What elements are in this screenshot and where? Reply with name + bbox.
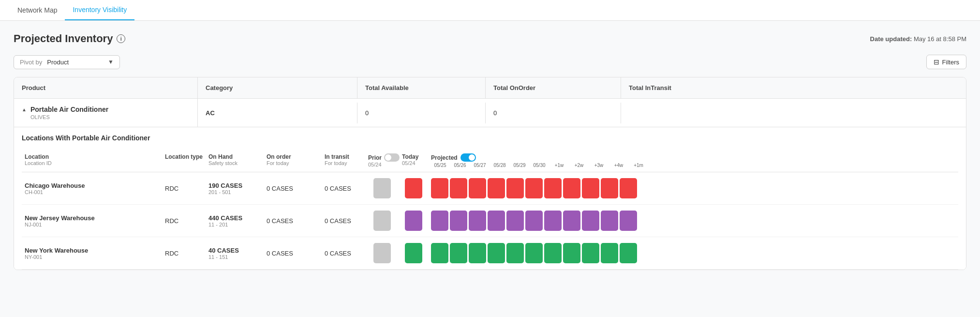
projected-block-ch-001-1: [450, 178, 467, 198]
product-cell-name: ▲ Portable Air Conditioner OLIVES: [14, 99, 198, 127]
projected-block-ny-001-8: [582, 243, 599, 263]
on-hand-cases-ch-001: 190 CASES: [208, 182, 261, 189]
product-name: ▲ Portable Air Conditioner: [22, 106, 190, 113]
date-label-2w: +2w: [570, 163, 588, 168]
nav-network-map[interactable]: Network Map: [10, 0, 65, 20]
loc-header-today-date: 05/24: [402, 160, 416, 166]
loc-header-on-order: On order For today: [264, 151, 322, 170]
projected-toggle[interactable]: [460, 153, 476, 162]
product-row: ▲ Portable Air Conditioner OLIVES AC 0 0: [14, 99, 966, 127]
loc-header-location-label: Location: [25, 153, 159, 160]
date-label-0529: 05/29: [510, 163, 529, 168]
filter-button[interactable]: ⊟ Filters: [926, 55, 966, 69]
pivot-select[interactable]: Product Location: [47, 59, 103, 66]
product-category-value: AC: [206, 109, 215, 117]
projected-block-ch-001-9: [601, 178, 618, 198]
loc-name-ny-001: New York Warehouse: [25, 247, 159, 254]
projected-block-ch-001-6: [544, 178, 562, 198]
loc-cell-name-ch-001: Chicago Warehouse CH-001: [22, 180, 162, 197]
prior-block-nj-001: [373, 211, 391, 231]
loc-header-prior-date: 05/24: [368, 162, 382, 167]
projected-block-nj-001-8: [582, 211, 599, 231]
loc-header-in-transit-sub: For today: [325, 160, 362, 166]
loc-header-on-order-label: On order: [267, 153, 319, 160]
projected-block-ny-001-1: [450, 243, 467, 263]
loc-header-projected: Projected 05/25 05/26 05/27 05/28 05/29 …: [428, 151, 958, 170]
col-header-total-on-order: Total OnOrder: [486, 77, 621, 98]
today-block-ny-001: [405, 243, 422, 263]
loc-cell-prior-ny-001: [365, 241, 399, 265]
chevron-down-icon: ▼: [108, 59, 114, 65]
loc-id-nj-001: NJ-001: [25, 222, 159, 227]
projected-block-ch-001-7: [563, 178, 580, 198]
loc-header-on-hand: On Hand Safety stock: [206, 151, 264, 170]
loc-name-ch-001: Chicago Warehouse: [25, 182, 159, 189]
projected-block-ny-001-3: [488, 243, 505, 263]
header-row: Projected Inventory i Date updated: May …: [14, 32, 966, 45]
projected-block-ny-001-7: [563, 243, 580, 263]
table-container: Product Category Total Available Total O…: [14, 77, 966, 270]
date-label-1w: +1w: [550, 163, 568, 168]
on-hand-cases-ny-001: 40 CASES: [208, 247, 261, 254]
date-label-3w: +3w: [590, 163, 608, 168]
nav-inventory-visibility[interactable]: Inventory Visibility: [65, 0, 134, 20]
pivot-label: Pivot by: [20, 59, 42, 66]
date-label-0525: 05/25: [431, 163, 449, 168]
loc-cell-prior-nj-001: [365, 209, 399, 233]
loc-cell-on-hand-ny-001: 40 CASES 11 - 151: [206, 245, 264, 262]
loc-column-headers: Location Location ID Location type On Ha…: [22, 151, 958, 172]
collapse-icon[interactable]: ▲: [22, 107, 27, 112]
col-header-total-in-transit: Total InTransit: [621, 77, 966, 98]
product-sub-text: OLIVES: [22, 114, 190, 120]
loc-header-location: Location Location ID: [22, 151, 162, 170]
projected-block-ny-001-2: [469, 243, 486, 263]
loc-header-in-transit: In transit For today: [322, 151, 365, 170]
projected-block-ch-001-3: [488, 178, 505, 198]
date-label-0530: 05/30: [530, 163, 549, 168]
loc-cell-projected-ch-001: [428, 176, 958, 200]
product-cell-category: AC: [198, 103, 357, 123]
projected-block-nj-001-3: [488, 211, 505, 231]
safety-stock-ch-001: 201 - 501: [208, 189, 261, 195]
projected-block-ch-001-4: [506, 178, 524, 198]
loc-id-ny-001: NY-001: [25, 254, 159, 260]
product-name-text: Portable Air Conditioner: [30, 106, 108, 113]
loc-cell-on-hand-nj-001: 440 CASES 11 - 201: [206, 212, 264, 229]
loc-cell-in-transit-nj-001: 0 CASES: [322, 215, 365, 226]
projected-block-nj-001-2: [469, 211, 486, 231]
today-block-nj-001: [405, 211, 422, 231]
projected-block-ch-001-5: [525, 178, 543, 198]
projected-block-ch-001-2: [469, 178, 486, 198]
projected-block-nj-001-7: [563, 211, 580, 231]
projected-block-nj-001-5: [525, 211, 543, 231]
today-block-ch-001: [405, 178, 422, 198]
loc-cell-type-ny-001: RDC: [162, 248, 206, 259]
loc-header-projected-label: Projected: [431, 154, 458, 161]
controls-row: Pivot by Product Location ▼ ⊟ Filters: [14, 55, 966, 69]
info-icon[interactable]: i: [117, 34, 125, 43]
projected-block-ch-001-10: [620, 178, 637, 198]
pivot-selector[interactable]: Pivot by Product Location ▼: [14, 55, 120, 69]
projected-block-ny-001-9: [601, 243, 618, 263]
prior-toggle[interactable]: [384, 153, 400, 162]
product-total-on-order-value: 0: [493, 109, 497, 117]
filter-icon: ⊟: [934, 58, 939, 66]
loc-cell-on-order-ny-001: 0 CASES: [264, 248, 322, 259]
product-cell-total-available: 0: [357, 103, 486, 123]
date-label-0526: 05/26: [451, 163, 469, 168]
loc-header-on-hand-sub: Safety stock: [208, 160, 261, 166]
loc-header-today: Today 05/24: [399, 151, 428, 170]
date-updated: Date updated: May 16 at 8:58 PM: [870, 35, 966, 43]
loc-header-type: Location type: [162, 151, 206, 170]
locations-section: Locations With Portable Air Conditioner …: [14, 127, 966, 270]
prior-block-ny-001: [373, 243, 391, 263]
col-headers: Product Category Total Available Total O…: [14, 77, 966, 99]
loc-cell-on-order-nj-001: 0 CASES: [264, 215, 322, 226]
date-label-1m: +1m: [629, 163, 648, 168]
loc-cell-in-transit-ch-001: 0 CASES: [322, 183, 365, 194]
loc-cell-on-hand-ch-001: 190 CASES 201 - 501: [206, 180, 264, 197]
loc-header-prior-label: Prior: [368, 154, 382, 161]
location-row-ny-001: New York Warehouse NY-001 RDC 40 CASES 1…: [22, 237, 958, 270]
safety-stock-nj-001: 11 - 201: [208, 222, 261, 227]
loc-header-prior: Prior 05/24: [365, 151, 399, 170]
